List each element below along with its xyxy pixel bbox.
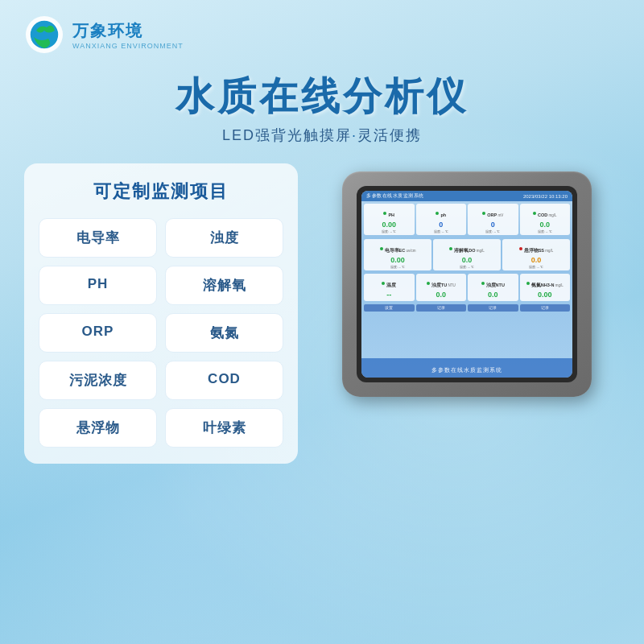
- header: 万象环境 WANXIANG ENVIRONMENT: [0, 0, 644, 63]
- subtitle: LED强背光触摸屏·灵活便携: [0, 126, 644, 145]
- company-name-en: WANXIANG ENVIRONMENT: [72, 42, 184, 50]
- sensor-label-tu1: 浊度TU: [431, 283, 447, 287]
- company-name: 万象环境: [72, 20, 184, 42]
- footer-text: 多参数在线水质监测系统: [431, 367, 502, 373]
- sensor-orp: ORP mV 0 温度: -- ℃: [468, 204, 518, 235]
- sensor-sub-ph2: 温度: -- ℃: [419, 229, 464, 233]
- status-dot-tu1: [427, 282, 430, 285]
- sensor-value-ss: 0.0: [505, 256, 568, 264]
- sensor-value-temp: --: [366, 291, 412, 299]
- feature-item-8: 悬浮物: [39, 408, 157, 448]
- status-dot-nh3: [526, 282, 530, 285]
- features-panel: 可定制监测项目 电导率 浊度 PH 溶解氧 ORP 氨氮 污泥浓度 COD 悬浮…: [24, 163, 298, 464]
- status-dot-orp: [482, 212, 485, 215]
- sensor-label-ss: 悬浮物SS: [524, 248, 544, 253]
- sensor-label-ec: 电导率EC: [385, 248, 406, 253]
- main-content: 可定制监测项目 电导率 浊度 PH 溶解氧 ORP 氨氮 污泥浓度 COD 悬浮…: [0, 151, 644, 472]
- device-panel: 多参数在线水质监测系统 2023/03/22 10:13:20 PH 0.00 …: [314, 163, 620, 397]
- status-dot-ec: [380, 247, 383, 250]
- logo-text: 万象环境 WANXIANG ENVIRONMENT: [72, 20, 184, 50]
- btn-record1[interactable]: 记录: [416, 304, 467, 312]
- sensor-row-3: 温度 -- 浊度TU NTU 0.0 浊度NTU 0.0: [361, 272, 572, 303]
- sensor-value-ph: 0.00: [366, 221, 412, 229]
- device: 多参数在线水质监测系统 2023/03/22 10:13:20 PH 0.00 …: [342, 171, 592, 397]
- sensor-value-do: 0.0: [436, 256, 498, 264]
- subtitle-right: 灵活便携: [357, 127, 422, 143]
- logo-icon: [24, 14, 64, 55]
- sensor-sub-cod: 温度: -- ℃: [522, 229, 568, 233]
- sensor-temp: 温度 --: [364, 274, 415, 301]
- status-dot-cod: [533, 212, 536, 215]
- sensor-value-ntu: 0.0: [470, 291, 516, 299]
- sensor-value-tu1: 0.0: [419, 291, 464, 299]
- subtitle-dot: ·: [352, 127, 357, 143]
- sensor-sub-ph: 温度: -- ℃: [366, 229, 412, 233]
- sensor-label-temp: 温度: [386, 283, 396, 287]
- screen-header: 多参数在线水质监测系统 2023/03/22 10:13:20: [361, 191, 572, 201]
- sensor-sub-do: 温度: -- ℃: [436, 265, 498, 269]
- screen-title: 多参数在线水质监测系统: [366, 192, 424, 200]
- feature-item-1: 浊度: [165, 218, 283, 258]
- screen-time: 2023/03/22 10:13:20: [523, 194, 568, 199]
- screen-buttons: 设置 记录 记录 记录: [361, 303, 572, 313]
- sensor-sub-ss: 温度: -- ℃: [505, 265, 568, 269]
- subtitle-left: LED强背光触摸屏: [222, 127, 352, 143]
- sensor-label-orp: ORP: [487, 213, 497, 217]
- status-dot-ntu: [481, 282, 485, 285]
- feature-item-0: 电导率: [39, 218, 157, 258]
- sensor-value-ec: 0.00: [366, 256, 429, 264]
- sensor-ec: 电导率EC uv/cm 0.00 温度: -- ℃: [364, 239, 431, 270]
- sensor-sub-orp: 温度: -- ℃: [470, 229, 516, 233]
- sensor-value-ph2: 0: [419, 221, 464, 229]
- screen-bezel: 多参数在线水质监测系统 2023/03/22 10:13:20 PH 0.00 …: [357, 186, 577, 382]
- screen: 多参数在线水质监测系统 2023/03/22 10:13:20 PH 0.00 …: [361, 191, 572, 378]
- sensor-value-nh3: 0.00: [522, 291, 568, 299]
- feature-item-9: 叶绿素: [165, 408, 283, 448]
- status-dot-ss: [519, 247, 522, 250]
- sensor-label-nh3: 氨氮NH3-N: [531, 283, 555, 287]
- feature-grid: 电导率 浊度 PH 溶解氧 ORP 氨氮 污泥浓度 COD 悬浮物 叶绿素: [39, 218, 283, 448]
- sensor-value-orp: 0: [470, 221, 516, 229]
- feature-item-4: ORP: [39, 313, 157, 353]
- status-dot-temp: [382, 282, 385, 285]
- btn-record2[interactable]: 记录: [468, 304, 518, 312]
- btn-settings[interactable]: 设置: [364, 304, 415, 312]
- feature-item-7: COD: [165, 361, 283, 400]
- btn-record3[interactable]: 记录: [520, 304, 571, 312]
- sensor-value-cod: 0.0: [522, 221, 568, 229]
- screen-footer: 多参数在线水质监测系统: [361, 358, 572, 378]
- sensor-ss: 悬浮物SS mg/L 0.0 温度: -- ℃: [502, 239, 570, 270]
- sensor-unit-do: mg/L: [475, 249, 484, 253]
- sensor-row-2: 电导率EC uv/cm 0.00 温度: -- ℃ 溶解氧DO mg/L 0.0…: [361, 237, 572, 272]
- sensor-unit-nh3: mg/L: [555, 283, 564, 287]
- sensor-nh3: 氨氮NH3-N mg/L 0.00: [520, 274, 571, 301]
- sensor-label-ph2: ph: [440, 213, 446, 217]
- sensor-unit-ec: uv/cm: [405, 249, 415, 253]
- sensor-label-ph: PH: [388, 213, 394, 217]
- sensor-ph: PH 0.00 温度: -- ℃: [364, 204, 415, 235]
- sensor-ph2: ph 0 温度: -- ℃: [416, 204, 467, 235]
- sensor-row-1: PH 0.00 温度: -- ℃ ph 0 温度: -- ℃: [361, 201, 572, 237]
- main-title: 水质在线分析仪: [0, 71, 644, 122]
- sensor-tu1: 浊度TU NTU 0.0: [416, 274, 467, 301]
- page: 万象环境 WANXIANG ENVIRONMENT 水质在线分析仪 LED强背光…: [0, 0, 644, 644]
- sensor-label-cod: COD: [538, 213, 547, 217]
- feature-item-6: 污泥浓度: [39, 361, 157, 400]
- panel-title: 可定制监测项目: [39, 180, 283, 204]
- sensor-unit-ss: mg/L: [544, 249, 553, 253]
- sensor-cod: COD mg/L 0.0 温度: -- ℃: [520, 204, 571, 235]
- sensor-unit-orp: mV: [497, 213, 503, 217]
- status-dot-do: [449, 247, 452, 250]
- feature-item-2: PH: [39, 266, 157, 305]
- status-dot-ph2: [436, 212, 439, 215]
- sensor-sub-ec: 温度: -- ℃: [366, 265, 429, 269]
- sensor-label-ntu: 浊度NTU: [486, 283, 505, 287]
- sensor-label-do: 溶解氧DO: [454, 248, 475, 253]
- feature-item-5: 氨氮: [165, 313, 283, 353]
- status-dot-ph: [383, 212, 386, 215]
- feature-item-3: 溶解氧: [165, 266, 283, 305]
- sensor-ntu: 浊度NTU 0.0: [468, 274, 518, 301]
- sensor-do: 溶解氧DO mg/L 0.0 温度: -- ℃: [433, 239, 501, 270]
- title-section: 水质在线分析仪 LED强背光触摸屏·灵活便携: [0, 63, 644, 151]
- sensor-unit-cod: mg/L: [547, 213, 556, 217]
